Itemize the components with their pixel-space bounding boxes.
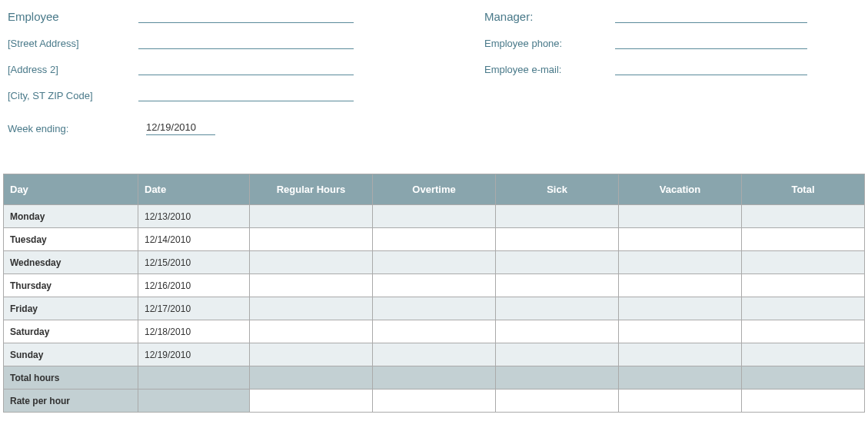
summary-cell — [619, 366, 742, 390]
cell-sick[interactable] — [496, 297, 619, 320]
cell-date[interactable]: 12/19/2010 — [138, 343, 250, 366]
summary-cell[interactable] — [373, 390, 496, 413]
field-employee-email: Employee e-mail: — [484, 52, 860, 78]
cell-date[interactable]: 12/18/2010 — [138, 320, 250, 343]
cell-overtime[interactable] — [373, 297, 496, 320]
cell-overtime[interactable] — [373, 205, 496, 228]
label-address-2: [Address 2] — [8, 64, 138, 78]
th-sick: Sick — [496, 174, 619, 205]
summary-cell[interactable] — [619, 390, 742, 413]
header-right-column: Manager: Employee phone: Employee e-mail… — [484, 0, 860, 104]
summary-cell[interactable] — [496, 390, 619, 413]
label-employee: Employee — [8, 10, 138, 26]
cell-sick[interactable] — [496, 205, 619, 228]
label-week-ending: Week ending: — [8, 123, 146, 134]
cell-day: Saturday — [4, 320, 138, 343]
cell-regular-hours[interactable] — [250, 274, 373, 297]
th-day: Day — [4, 174, 138, 205]
cell-total[interactable] — [742, 320, 865, 343]
cell-regular-hours[interactable] — [250, 297, 373, 320]
table-row: Monday12/13/2010 — [4, 205, 865, 228]
table-row: Saturday12/18/2010 — [4, 320, 865, 343]
cell-total[interactable] — [742, 297, 865, 320]
cell-overtime[interactable] — [373, 251, 496, 274]
summary-spacer — [138, 366, 250, 390]
cell-regular-hours[interactable] — [250, 228, 373, 251]
cell-sick[interactable] — [496, 274, 619, 297]
cell-date[interactable]: 12/16/2010 — [138, 274, 250, 297]
table-row: Wednesday12/15/2010 — [4, 251, 865, 274]
cell-total[interactable] — [742, 274, 865, 297]
summary-cell[interactable] — [250, 390, 373, 413]
cell-day: Tuesday — [4, 228, 138, 251]
input-manager[interactable] — [615, 8, 807, 23]
table-row: Thursday12/16/2010 — [4, 274, 865, 297]
cell-sick[interactable] — [496, 343, 619, 366]
cell-vacation[interactable] — [619, 251, 742, 274]
timesheet-table: Day Date Regular Hours Overtime Sick Vac… — [3, 174, 865, 413]
cell-regular-hours[interactable] — [250, 205, 373, 228]
label-employee-email: Employee e-mail: — [484, 64, 615, 78]
cell-sick[interactable] — [496, 228, 619, 251]
cell-overtime[interactable] — [373, 274, 496, 297]
table-row: Sunday12/19/2010 — [4, 343, 865, 366]
field-city-zip: [City, ST ZIP Code] — [8, 78, 484, 104]
cell-date[interactable]: 12/15/2010 — [138, 251, 250, 274]
cell-total[interactable] — [742, 343, 865, 366]
cell-sick[interactable] — [496, 320, 619, 343]
table-row: Friday12/17/2010 — [4, 297, 865, 320]
cell-sick[interactable] — [496, 251, 619, 274]
input-street-address[interactable] — [138, 34, 354, 49]
cell-vacation[interactable] — [619, 343, 742, 366]
label-street-address: [Street Address] — [8, 38, 138, 52]
table-header-row: Day Date Regular Hours Overtime Sick Vac… — [4, 174, 865, 205]
input-employee-phone[interactable] — [615, 34, 807, 49]
cell-vacation[interactable] — [619, 228, 742, 251]
cell-overtime[interactable] — [373, 228, 496, 251]
label-city-zip: [City, ST ZIP Code] — [8, 90, 138, 104]
summary-cell — [250, 366, 373, 390]
summary-cell[interactable] — [742, 390, 865, 413]
header-left-column: Employee [Street Address] [Address 2] [C… — [8, 0, 484, 104]
cell-vacation[interactable] — [619, 320, 742, 343]
cell-total[interactable] — [742, 228, 865, 251]
cell-regular-hours[interactable] — [250, 251, 373, 274]
cell-day: Monday — [4, 205, 138, 228]
th-vacation: Vacation — [619, 174, 742, 205]
input-employee-email[interactable] — [615, 60, 807, 75]
header-section: Employee [Street Address] [Address 2] [C… — [0, 0, 868, 104]
cell-day: Friday — [4, 297, 138, 320]
cell-total[interactable] — [742, 251, 865, 274]
th-overtime: Overtime — [373, 174, 496, 205]
input-address-2[interactable] — [138, 60, 354, 75]
cell-total[interactable] — [742, 205, 865, 228]
field-address-2: [Address 2] — [8, 52, 484, 78]
field-employee-phone: Employee phone: — [484, 26, 860, 52]
cell-vacation[interactable] — [619, 274, 742, 297]
label-employee-phone: Employee phone: — [484, 38, 615, 52]
th-regular-hours: Regular Hours — [250, 174, 373, 205]
cell-day: Wednesday — [4, 251, 138, 274]
cell-vacation[interactable] — [619, 297, 742, 320]
input-employee[interactable] — [138, 8, 354, 23]
field-street-address: [Street Address] — [8, 26, 484, 52]
cell-regular-hours[interactable] — [250, 320, 373, 343]
summary-spacer — [138, 390, 250, 413]
summary-cell — [373, 366, 496, 390]
cell-day: Thursday — [4, 274, 138, 297]
summary-row: Total hours — [4, 366, 865, 390]
field-manager: Manager: — [484, 0, 860, 26]
value-week-ending[interactable]: 12/19/2010 — [146, 121, 215, 135]
cell-regular-hours[interactable] — [250, 343, 373, 366]
cell-vacation[interactable] — [619, 205, 742, 228]
label-manager: Manager: — [484, 10, 615, 26]
summary-cell — [496, 366, 619, 390]
field-employee: Employee — [8, 0, 484, 26]
input-city-zip[interactable] — [138, 86, 354, 101]
cell-date[interactable]: 12/14/2010 — [138, 228, 250, 251]
cell-day: Sunday — [4, 343, 138, 366]
cell-overtime[interactable] — [373, 320, 496, 343]
cell-date[interactable]: 12/17/2010 — [138, 297, 250, 320]
cell-overtime[interactable] — [373, 343, 496, 366]
cell-date[interactable]: 12/13/2010 — [138, 205, 250, 228]
